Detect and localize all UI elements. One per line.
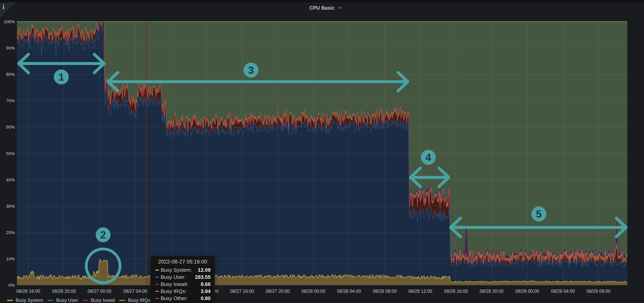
tooltip-series-value: 3.94 — [200, 288, 210, 294]
y-tick-30: 30% — [6, 204, 15, 209]
legend-item-busy-iowait[interactable]: Busy Iowait — [82, 298, 115, 303]
legend-label: Busy Iowait — [91, 298, 115, 303]
x-tick-44: 08/28 12:00 — [408, 289, 432, 294]
tooltip: 2022-08-27 05:16:00 Busy System:12.09Bus… — [150, 256, 215, 303]
tooltip-series-color — [156, 291, 159, 292]
tooltip-series-color — [156, 298, 159, 299]
x-tick-48: 08/28 16:00 — [444, 289, 468, 294]
svg-text:4: 4 — [426, 152, 431, 163]
x-tick-8: 08/27 00:00 — [88, 289, 112, 294]
y-tick-20: 20% — [6, 230, 15, 235]
x-tick-64: 08/29 08:00 — [587, 289, 610, 294]
legend-label: Busy IRQs — [128, 298, 150, 303]
legend-label: Busy User — [56, 298, 78, 303]
y-tick-40: 40% — [6, 178, 15, 182]
y-tick-100: 100% — [4, 19, 15, 24]
tooltip-row-busy-iowait-: Busy Iowait:8.66 — [151, 280, 214, 288]
legend-color-busy-irqs — [119, 300, 125, 301]
tooltip-row-busy-user-: Busy User:283.55 — [151, 274, 214, 280]
x-tick-0: 08/26 16:00 — [16, 289, 40, 294]
x-tick-36: 08/28 04:00 — [337, 289, 361, 294]
svg-text:2: 2 — [100, 229, 106, 240]
legend-color-busy-iowait — [82, 300, 88, 301]
legend-item-busy-user[interactable]: Busy User — [48, 298, 78, 303]
tooltip-series-label: Busy System: — [161, 267, 192, 273]
x-tick-52: 08/28 20:00 — [480, 289, 504, 294]
legend-item-busy-irqs[interactable]: Busy IRQs — [119, 298, 150, 303]
grafana-panel: i CPU Basic 100%90%80%70%60%50%40%30%20%… — [0, 0, 644, 303]
tooltip-row-busy-other-: Busy Other:0.80 — [151, 295, 214, 302]
tooltip-series-color — [156, 284, 159, 285]
tooltip-series-color — [156, 277, 159, 278]
x-tick-56: 08/29 00:00 — [515, 289, 539, 294]
y-tick-50: 50% — [6, 151, 15, 156]
svg-text:1: 1 — [58, 71, 64, 83]
tooltip-series-value: 283.55 — [195, 274, 210, 280]
tooltip-timestamp: 2022-08-27 05:16:00 — [153, 259, 212, 265]
y-tick-0: 0% — [8, 283, 15, 288]
x-tick-4: 08/26 20:00 — [52, 289, 76, 294]
tooltip-series-value: 8.66 — [200, 281, 210, 287]
tooltip-row-busy-system-: Busy System:12.09 — [151, 266, 214, 274]
y-tick-60: 60% — [6, 124, 15, 130]
tooltip-series-label: Busy User: — [161, 274, 186, 280]
legend: Busy SystemBusy UserBusy IowaitBusy IRQs — [7, 297, 150, 303]
x-tick-28: 08/27 20:00 — [266, 289, 290, 294]
x-tick-12: 08/27 04:00 — [123, 289, 147, 294]
y-tick-90: 90% — [6, 46, 15, 50]
x-tick-40: 08/28 08:00 — [373, 289, 397, 294]
x-tick-60: 08/29 04:00 — [551, 289, 575, 294]
y-tick-80: 80% — [6, 72, 15, 77]
legend-color-busy-system — [7, 300, 13, 301]
svg-text:3: 3 — [248, 64, 254, 76]
tooltip-row-busy-irqs-: Busy IRQs:3.94 — [151, 288, 214, 295]
tooltip-series-label: Busy Other: — [161, 295, 188, 302]
tooltip-series-value: 12.09 — [198, 267, 210, 273]
legend-item-busy-system[interactable]: Busy System — [7, 298, 43, 303]
cpu-chart[interactable]: 100%90%80%70%60%50%40%30%20%10%0%08/26 1… — [0, 0, 644, 303]
tooltip-series-label: Busy IRQs: — [161, 288, 186, 294]
y-tick-10: 10% — [6, 256, 15, 261]
x-tick-32: 08/28 00:00 — [301, 289, 325, 294]
legend-color-busy-user — [48, 300, 54, 301]
legend-label: Busy System — [16, 298, 43, 303]
x-tick-24: 08/27 16:00 — [230, 289, 254, 294]
y-tick-70: 70% — [6, 98, 15, 103]
svg-text:5: 5 — [536, 208, 542, 220]
tooltip-series-value: 0.80 — [200, 295, 210, 302]
tooltip-series-label: Busy Iowait: — [161, 281, 188, 287]
tooltip-series-color — [156, 270, 159, 270]
